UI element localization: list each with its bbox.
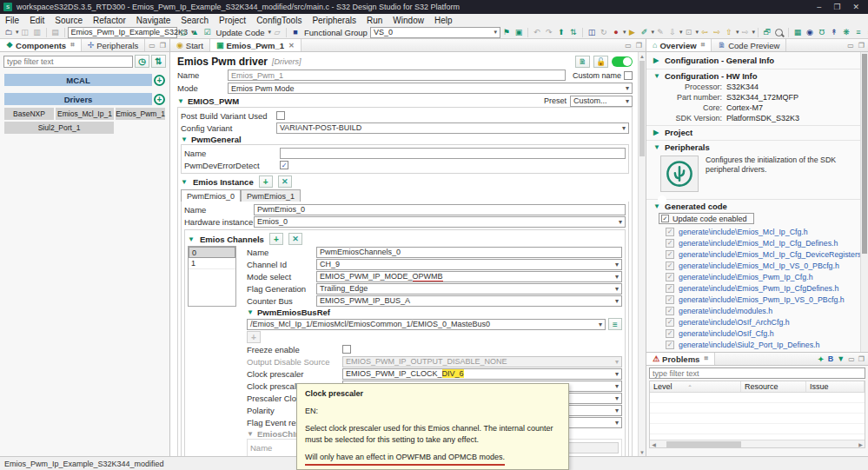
editor-maximize-icon[interactable]: ❐ xyxy=(636,42,642,50)
generated-file-link[interactable]: generate\include\Emios_Pwm_Ip_CfgDefines… xyxy=(679,284,838,293)
column-level[interactable]: Level⌃ xyxy=(650,381,741,392)
debug-icon[interactable]: ● xyxy=(610,27,622,38)
custom-name-checkbox[interactable] xyxy=(624,71,633,80)
menu-refactor[interactable]: Refactor xyxy=(88,16,131,25)
channel-list[interactable]: 0 1 xyxy=(188,246,236,307)
menu-window[interactable]: Window xyxy=(388,16,429,25)
mark-icon[interactable]: ⊡ xyxy=(682,27,694,38)
perspective-config-icon[interactable]: ▦ xyxy=(792,27,804,38)
update-code-check-icon[interactable]: ☑ xyxy=(202,27,214,38)
preset-select[interactable]: Custom...▾ xyxy=(570,96,633,107)
update-code-enabled-checkbox[interactable] xyxy=(661,215,669,222)
scroll-left-icon[interactable]: ◀ xyxy=(650,441,658,447)
hw-info-title[interactable]: Configuration - HW Info xyxy=(665,71,758,81)
menu-search[interactable]: Search xyxy=(176,16,214,25)
subtab-pwmemios-0[interactable]: PwmEmios_0 xyxy=(181,189,241,202)
generated-file-link[interactable]: generate\include\Emios_Pwm_Ip_Cfg.h xyxy=(679,273,813,281)
problems-horizontal-scrollbar[interactable]: ◀ ▶ xyxy=(650,440,865,447)
wand-icon[interactable]: ✐ xyxy=(638,27,650,38)
pencil-icon[interactable]: ✎ xyxy=(654,27,666,38)
driver-name-input[interactable]: Emios_Pwm_1 xyxy=(228,70,566,81)
forward-icon[interactable]: ⇨ xyxy=(711,27,723,38)
counter-bus-select[interactable]: EMIOS_PWM_IP_BUS_A▾ xyxy=(316,295,622,307)
instance-name-input[interactable]: PwmEmios_0 xyxy=(254,204,626,215)
unlock-button[interactable]: 🔓 xyxy=(593,56,608,68)
general-info-title[interactable]: Configuration - General Info xyxy=(665,56,774,65)
menu-project[interactable]: Project xyxy=(214,16,251,25)
menu-peripherals[interactable]: Peripherals xyxy=(307,16,361,25)
update-code-button[interactable]: Update Code xyxy=(214,28,268,37)
mcal-add-icon[interactable]: + xyxy=(154,75,165,86)
maximize-button[interactable]: ❐ xyxy=(833,3,840,11)
mcal-group-header[interactable]: MCAL xyxy=(4,74,152,86)
generated-file-link[interactable]: generate\include\OsIf_ArchCfg.h xyxy=(679,318,790,327)
left-minimize-icon[interactable]: ▭ xyxy=(149,42,156,50)
menu-navigate[interactable]: Navigate xyxy=(131,16,176,25)
quick-fix-icon[interactable]: ✦ xyxy=(817,354,824,364)
column-issue[interactable]: Issue xyxy=(806,381,865,392)
home-icon[interactable]: ⌂ xyxy=(177,27,189,38)
subtab-pwmemios-1[interactable]: PwmEmios_1 xyxy=(241,189,301,202)
left-maximize-icon[interactable]: ❐ xyxy=(160,42,166,50)
sort-icon[interactable]: ⇅ xyxy=(567,27,580,38)
drivers-group-header[interactable]: Drivers xyxy=(4,93,152,105)
perspective-ivt-icon[interactable]: ⋍ xyxy=(865,27,868,38)
tab-code-preview[interactable]: 🗎 Code Preview xyxy=(712,39,786,51)
project-selector-combo[interactable]: Emios_Pwm_Ip_Example_S32K3▾ xyxy=(68,27,177,38)
generated-file-link[interactable]: generate\include\Emios_Pwm_Ip_VS_0_PBcfg… xyxy=(679,295,845,304)
config-variant-select[interactable]: VARIANT-POST-BUILD▾ xyxy=(276,122,629,134)
emios-instance-chevron-icon[interactable]: ▼ xyxy=(181,178,188,186)
busref-add-button[interactable]: + xyxy=(247,331,261,343)
run-config-icon[interactable]: ▶ xyxy=(626,27,638,38)
busref-menu-icon[interactable]: ≡ xyxy=(608,318,622,330)
remove-channel-button[interactable]: ✕ xyxy=(288,233,302,245)
last-edit-icon[interactable]: ⇧ xyxy=(723,27,735,38)
post-build-checkbox[interactable] xyxy=(276,111,285,120)
component-emios-pwm-1[interactable]: Emios_Pwm_1 xyxy=(116,108,165,120)
busref-chevron-icon[interactable]: ▼ xyxy=(247,308,254,316)
generated-file-link[interactable]: generate\include\modules.h xyxy=(679,307,772,315)
tab-close-icon[interactable]: ✕ xyxy=(288,42,295,50)
tab-overview[interactable]: ⌂ Overview ⌗ xyxy=(646,39,712,51)
export-icon[interactable]: ▱ xyxy=(271,27,283,38)
problems-filter-input[interactable]: type filter text xyxy=(649,367,865,379)
flag-icon[interactable]: ⚑ xyxy=(500,27,513,38)
perspective-clocks-icon[interactable]: ❋ xyxy=(840,27,852,38)
undo-icon[interactable]: ↶ xyxy=(531,27,543,38)
overview-minimize-icon[interactable]: ▭ xyxy=(847,42,854,50)
pins-tool-icon[interactable]: ▲ xyxy=(189,27,202,38)
pwm-general-name-input[interactable] xyxy=(280,148,626,159)
components-filter-input[interactable] xyxy=(3,56,133,68)
generated-file-link[interactable]: generate\include\Emios_Mcl_Ip_Cfg.h xyxy=(679,228,808,236)
build-icon[interactable]: ⬆ xyxy=(555,27,567,38)
perspective-cpp-icon[interactable]: ◉ xyxy=(804,27,816,38)
menu-source[interactable]: Source xyxy=(50,16,88,25)
doc-view-button[interactable]: 🗎 xyxy=(575,56,590,68)
save-all-icon[interactable]: ▥ xyxy=(31,27,43,38)
channel-mode-select[interactable]: EMIOS_PWM_IP_MODE_OPWMB ▾ xyxy=(316,271,622,282)
menu-edit[interactable]: Edit xyxy=(24,16,50,25)
next-annotation-icon[interactable]: ⇨ xyxy=(739,27,751,38)
column-resource[interactable]: Resource xyxy=(741,381,806,392)
component-emios-mcl-ip-1[interactable]: Emios_Mcl_Ip_1 xyxy=(56,108,114,120)
filter-funnel-icon[interactable]: ▼ xyxy=(837,354,845,363)
generated-file-link[interactable]: generate\include\Emios_Mcl_Ip_VS_0_PBcfg… xyxy=(679,261,839,270)
peripherals-cactus-icon[interactable] xyxy=(660,156,699,192)
perspective-pins-icon[interactable]: Ʊ xyxy=(816,27,828,38)
overview-scroll-thumb[interactable] xyxy=(862,54,867,254)
editor-vertical-scrollbar[interactable]: ▲ ▼ xyxy=(638,52,646,456)
functional-group-combo[interactable]: VS_0▾ xyxy=(370,27,500,38)
generated-code-title[interactable]: Generated code xyxy=(665,202,727,211)
refresh-icon[interactable]: ↻ xyxy=(598,27,610,38)
add-component-button[interactable]: ◷ xyxy=(135,55,149,68)
emios-channels-chevron-icon[interactable]: ▼ xyxy=(188,235,195,243)
minimize-button[interactable]: – xyxy=(817,3,821,11)
driver-enabled-toggle[interactable] xyxy=(612,56,633,67)
clock-prescaler-select[interactable]: EMIOS_PWM_IP_CLOCK_DIV_6 ▾ xyxy=(342,368,622,380)
mode-select[interactable]: Emios Pwm Mode▾ xyxy=(228,83,633,94)
tab-start[interactable]: ◉ Start xyxy=(170,39,210,51)
link-editor-icon[interactable]: 🗗 xyxy=(761,27,773,38)
close-button[interactable]: ✕ xyxy=(852,3,859,11)
scroll-up-icon[interactable]: ▲ xyxy=(639,52,646,60)
editor-minimize-icon[interactable]: ▭ xyxy=(625,42,632,50)
